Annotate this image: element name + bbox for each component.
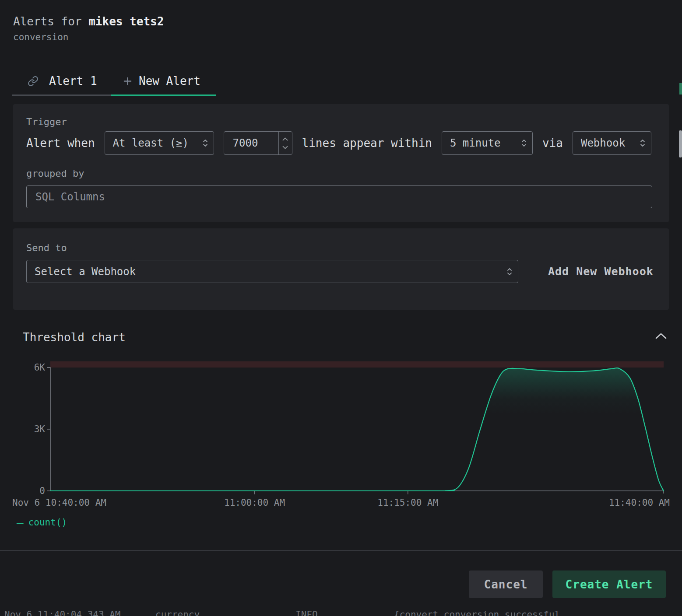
grouped-by-label: grouped by [26, 168, 84, 179]
comparator-select[interactable]: At least (≥) [105, 131, 214, 155]
send-to-panel: Send to Select a Webhook Add New Webhook [13, 228, 669, 310]
link-icon [28, 76, 39, 87]
threshold-chart: 03K6KNov 6 10:40:00 AM11:00:00 AM11:15:0… [12, 361, 670, 510]
active-tab-underline [111, 94, 216, 96]
time-window-value: 5 minute [450, 137, 501, 149]
trigger-panel: Trigger Alert when At least (≥) lines ap… [13, 104, 669, 222]
chevron-up-down-icon [521, 138, 527, 148]
chevron-up-icon [655, 332, 667, 340]
chevron-up-down-icon [506, 266, 513, 277]
via-text: via [542, 136, 563, 150]
threshold-stepper[interactable] [278, 132, 292, 154]
tab-alert-1[interactable]: Alert 1 [12, 68, 111, 94]
send-to-row: Select a Webhook Add New Webhook [26, 260, 656, 283]
svg-text:3K: 3K [34, 424, 46, 434]
trigger-section-label: Trigger [26, 116, 67, 127]
log-timestamp: Nov 6 11:40:04.343 AM [4, 609, 121, 616]
tab-new-alert[interactable]: New Alert [111, 68, 216, 94]
scrollbar-thumb[interactable] [679, 130, 682, 158]
collapse-chart-button[interactable] [655, 332, 667, 340]
alert-when-text: Alert when [26, 136, 95, 150]
threshold-chart-title: Threshold chart [23, 331, 126, 344]
alert-tabs: Alert 1 New Alert [12, 68, 216, 94]
log-message: {convert conversion successful [394, 609, 560, 616]
legend-series-label: count() [28, 517, 67, 528]
tab-1-underline [12, 94, 111, 96]
time-window-select[interactable]: 5 minute [442, 131, 533, 155]
log-service: currency [155, 609, 200, 616]
threshold-input-group [224, 131, 292, 155]
legend-line-swatch: — [17, 518, 24, 527]
page-title: Alerts for mikes tets2 [13, 15, 164, 28]
comparator-value: At least (≥) [113, 137, 189, 149]
send-to-label: Send to [26, 242, 67, 253]
chevron-up-down-icon [202, 138, 208, 148]
chart-legend: — count() [17, 517, 67, 528]
create-alert-button[interactable]: Create Alert [552, 570, 666, 598]
add-new-webhook-button[interactable]: Add New Webhook [545, 265, 656, 278]
group-by-input[interactable] [26, 186, 652, 208]
cancel-button[interactable]: Cancel [469, 570, 543, 598]
lines-appear-within-text: lines appear within [302, 136, 432, 150]
trigger-sentence-row: Alert when At least (≥) lines appear wit… [26, 131, 651, 155]
footer-divider [0, 550, 682, 551]
page-subtitle: conversion [13, 32, 164, 42]
log-level: INFO [295, 609, 318, 616]
channel-select[interactable]: Webhook [573, 131, 651, 155]
page-title-prefix: Alerts for [13, 15, 88, 28]
page-title-source-name: mikes tets2 [88, 15, 164, 28]
svg-text:11:00:00 AM: 11:00:00 AM [224, 497, 285, 508]
threshold-input[interactable] [224, 132, 278, 154]
plus-icon [123, 76, 133, 86]
svg-text:11:15:00 AM: 11:15:00 AM [377, 497, 438, 508]
tab-label: Alert 1 [49, 74, 97, 88]
svg-text:Nov 6 10:40:00 AM: Nov 6 10:40:00 AM [12, 497, 106, 508]
dialog-header: Alerts for mikes tets2 conversion [13, 15, 164, 42]
chevron-down-icon [282, 146, 288, 149]
svg-text:0: 0 [39, 486, 45, 496]
tab-label: New Alert [139, 74, 200, 88]
chevron-up-icon [282, 137, 288, 141]
channel-value: Webhook [581, 137, 625, 149]
webhook-select[interactable]: Select a Webhook [26, 260, 518, 283]
svg-text:6K: 6K [34, 362, 46, 373]
background-log-row: Nov 6 11:40:04.343 AM currency INFO {con… [0, 609, 682, 616]
svg-text:11:40:00 AM: 11:40:00 AM [609, 497, 670, 508]
right-edge-accent-sliver [679, 83, 682, 94]
webhook-select-placeholder: Select a Webhook [35, 266, 136, 278]
chevron-up-down-icon [640, 138, 646, 148]
